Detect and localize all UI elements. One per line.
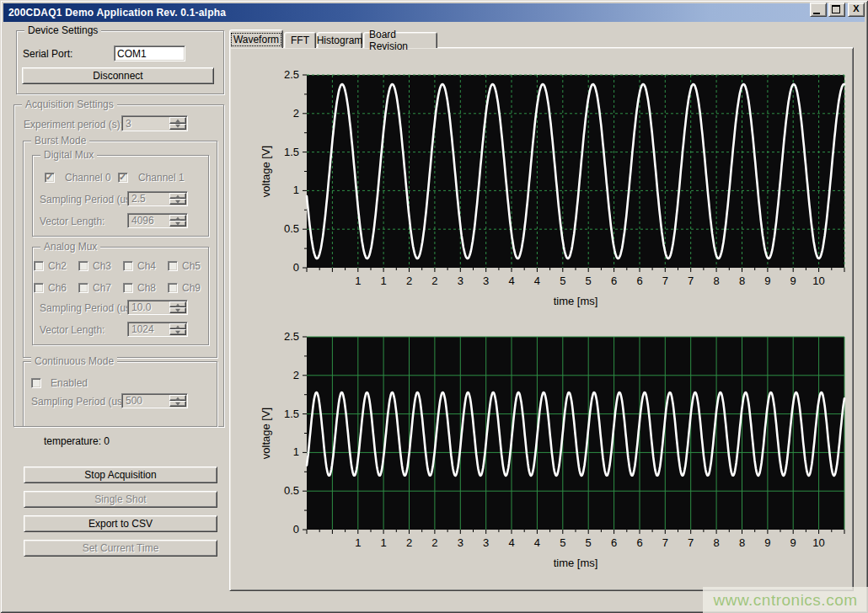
svg-text:6: 6 — [611, 536, 617, 549]
disconnect-button[interactable]: Disconnect — [22, 67, 214, 84]
checkbox-ch3 — [78, 261, 88, 271]
svg-text:time [ms]: time [ms] — [554, 557, 598, 569]
svg-text:5: 5 — [560, 536, 565, 549]
svg-text:7: 7 — [662, 275, 668, 287]
checkbox-ch6 — [34, 283, 44, 293]
svg-text:6: 6 — [636, 275, 642, 287]
titlebar: 200CDAQ1 Demo Application Rev. 0.1-alpha — [3, 3, 865, 22]
ch2-label: Ch2 — [48, 260, 67, 272]
serial-port-input[interactable] — [114, 45, 185, 61]
svg-text:5: 5 — [586, 275, 592, 287]
single-shot-button: Single Shot — [24, 491, 217, 508]
spin-up-icon — [169, 323, 186, 329]
spin-up-icon — [169, 215, 186, 221]
waveform-plot-top: 1122334455667788991000.511.522.5time [ms… — [236, 52, 854, 313]
spin-down-icon — [169, 401, 186, 407]
svg-text:2: 2 — [406, 536, 412, 549]
analog-mux-title: Analog Mux — [40, 241, 100, 253]
svg-text:9: 9 — [764, 275, 770, 287]
ch8-label: Ch8 — [137, 282, 156, 294]
svg-text:1.5: 1.5 — [284, 408, 299, 420]
spinner-buttons — [169, 117, 186, 130]
device-settings-title: Device Settings — [24, 24, 101, 36]
svg-text:voltage [V]: voltage [V] — [260, 408, 272, 459]
app-window: 200CDAQ1 Demo Application Rev. 0.1-alpha… — [0, 0, 868, 613]
channel-0-label: Channel 0 — [65, 172, 111, 184]
svg-text:8: 8 — [713, 275, 719, 287]
minimize-button[interactable] — [810, 3, 827, 17]
watermark: www.cntronics.com — [703, 587, 868, 613]
export-to-csv-button[interactable]: Export to CSV — [24, 515, 217, 532]
burst-mode-title: Burst Mode — [31, 135, 89, 147]
window-controls: X — [810, 3, 865, 17]
svg-text:10: 10 — [812, 275, 824, 287]
svg-text:7: 7 — [688, 536, 694, 549]
digital-vector-length-spinner: 4096 — [127, 213, 188, 228]
analog-sampling-period-label: Sampling Period (us): — [40, 302, 137, 314]
svg-text:10: 10 — [812, 536, 824, 549]
svg-text:2: 2 — [406, 275, 412, 287]
svg-text:1: 1 — [293, 445, 299, 458]
serial-port-label: Serial Port: — [23, 48, 72, 60]
svg-text:3: 3 — [483, 275, 489, 287]
svg-text:5: 5 — [560, 275, 565, 287]
experiment-period-spinner: 3 — [121, 115, 188, 131]
svg-text:0.5: 0.5 — [284, 484, 299, 497]
tab-fft[interactable]: FFT — [284, 32, 316, 48]
close-button[interactable]: X — [848, 3, 865, 17]
svg-text:9: 9 — [764, 536, 770, 549]
waveform-plot-bottom: 1122334455667788991000.511.522.5time [ms… — [236, 314, 854, 575]
svg-text:1: 1 — [293, 184, 299, 196]
checkbox-channel-1: ✓ — [118, 173, 128, 183]
svg-text:3: 3 — [483, 536, 489, 549]
svg-text:0: 0 — [293, 523, 299, 536]
ch5-label: Ch5 — [182, 260, 201, 272]
svg-text:7: 7 — [662, 536, 668, 549]
digital-sampling-period-spinner: 2.5 — [127, 191, 188, 206]
svg-text:4: 4 — [534, 275, 540, 287]
svg-text:voltage [V]: voltage [V] — [260, 146, 272, 197]
tab-histogram[interactable]: Histogram — [317, 32, 362, 48]
analog-vector-length-label: Vector Length: — [40, 324, 104, 336]
spin-up-icon — [169, 301, 186, 307]
tab-board-revision[interactable]: Board Revision — [363, 32, 437, 48]
svg-text:3: 3 — [458, 275, 463, 287]
svg-text:2: 2 — [293, 107, 299, 120]
svg-text:1: 1 — [355, 275, 361, 287]
spin-down-icon — [169, 124, 186, 131]
checkbox-ch4 — [123, 261, 133, 271]
svg-text:9: 9 — [790, 536, 796, 549]
tab-waveform[interactable]: Waveform — [229, 29, 283, 48]
checkbox-ch7 — [78, 283, 88, 293]
ch3-label: Ch3 — [93, 260, 111, 272]
maximize-button[interactable] — [828, 3, 845, 17]
svg-text:8: 8 — [739, 275, 745, 287]
checkbox-ch9 — [168, 283, 178, 293]
spin-down-icon — [169, 199, 186, 205]
svg-text:2.5: 2.5 — [284, 68, 299, 81]
checkbox-ch5 — [168, 261, 178, 271]
continuous-sampling-period-spinner: 500 — [121, 393, 188, 408]
close-icon: X — [849, 3, 864, 16]
digital-sampling-period-label: Sampling Period (us): — [40, 194, 137, 205]
continuous-mode-title: Continuous Mode — [31, 355, 117, 367]
svg-text:6: 6 — [636, 536, 642, 549]
svg-text:8: 8 — [739, 536, 745, 549]
analog-sampling-period-spinner: 10.0 — [127, 300, 188, 315]
maximize-icon — [832, 5, 840, 13]
svg-text:6: 6 — [611, 275, 617, 287]
experiment-period-label: Experiment period (s): — [24, 119, 123, 131]
device-settings-group: Device Settings — [16, 30, 224, 94]
continuous-sampling-period-label: Sampling Period (us): — [31, 396, 128, 408]
svg-text:2: 2 — [431, 275, 437, 287]
checkbox-ch8 — [123, 283, 133, 293]
digital-vector-length-label: Vector Length: — [40, 216, 104, 227]
checkbox-continuous-enabled — [31, 378, 41, 388]
ch6-label: Ch6 — [48, 282, 67, 294]
stop-acquisition-button[interactable]: Stop Acquisition — [24, 466, 217, 483]
ch4-label: Ch4 — [137, 260, 156, 272]
svg-text:2: 2 — [431, 536, 437, 549]
svg-text:1: 1 — [355, 536, 361, 549]
svg-text:1.5: 1.5 — [284, 146, 299, 158]
svg-text:0.5: 0.5 — [284, 222, 299, 235]
